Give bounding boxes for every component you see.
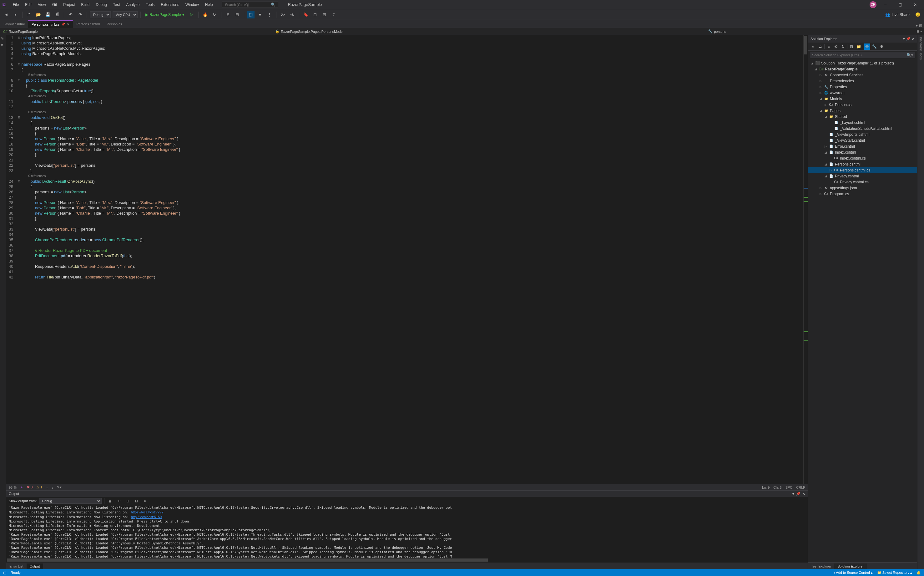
tree-item-privacy-cshtml[interactable]: ◢📄Privacy.cshtml (808, 173, 917, 179)
tree-item-appsettings-json[interactable]: ▷⚙appsettings.json (808, 185, 917, 191)
split-view-button[interactable]: ⊞ ▾ (916, 29, 922, 34)
start-debug-button[interactable]: ▶ RazorPageSample ▾ (144, 11, 186, 18)
tree-item-_viewstart-cshtml[interactable]: 📄_ViewStart.cshtml (808, 138, 917, 143)
tree-item-dependencies[interactable]: ▷⋯Dependencies (808, 78, 917, 84)
feedback-button[interactable]: 🙂 (914, 11, 921, 18)
eol-mode[interactable]: CRLF (796, 486, 805, 490)
sol-preview-button[interactable]: 👁 (864, 43, 870, 50)
editor-vscroll[interactable] (803, 35, 808, 484)
health-icon[interactable]: ◆ (1, 43, 6, 48)
tab-overflow-button[interactable]: ▾ (916, 24, 918, 28)
tree-item-person-cs[interactable]: ▷C#Person.cs (808, 102, 917, 108)
warning-badge[interactable]: ⚠ 1 (36, 485, 42, 490)
tool-btn-7[interactable]: ≪ (289, 11, 296, 18)
tree-item-shared[interactable]: ◢📁Shared (808, 114, 917, 120)
tree-item-properties[interactable]: ▷🔧Properties (808, 84, 917, 90)
tool-btn-5[interactable]: ⋮ (266, 11, 273, 18)
bottom-tab-error-list[interactable]: Error List (6, 563, 27, 569)
select-repository[interactable]: 📁 Select Repository ▴ (877, 571, 912, 575)
sol-home-button[interactable]: ⌂ (810, 43, 816, 50)
error-badge[interactable]: ✖ 0 (27, 485, 32, 490)
bookmark-button[interactable]: 🔖 (302, 11, 310, 18)
right-strip-diagnostic-tools[interactable]: Diagnostic Tools (919, 37, 922, 60)
notifications-icon[interactable]: 🔔 (916, 571, 921, 575)
tree-item-wwwroot[interactable]: ▷🌐wwwroot (808, 90, 917, 96)
sol-refresh-button[interactable]: ↻ (840, 43, 846, 50)
tab-persons-cshtml-cs[interactable]: Persons.cshtml.cs📌✕ (28, 20, 73, 28)
toggle-button[interactable]: ⤴ (330, 11, 338, 18)
redo-button[interactable]: ↷ (76, 11, 84, 18)
solution-search[interactable]: 🔍▾ (810, 52, 915, 58)
nav-up-icon[interactable]: ↑ (46, 486, 48, 490)
sol-btab-solution-explorer[interactable]: Solution Explorer (834, 563, 867, 569)
comment-button[interactable]: ⊡ (311, 11, 319, 18)
menu-analyze[interactable]: Analyze (123, 1, 143, 8)
sol-sync-button[interactable]: ⟲ (833, 43, 839, 50)
tool-btn-1[interactable]: ⎘ (224, 11, 232, 18)
menu-extensions[interactable]: Extensions (158, 1, 182, 8)
close-button[interactable]: ✕ (909, 0, 921, 10)
tab-layout-cshtml[interactable]: Layout.cshtml (0, 20, 28, 28)
search-input[interactable] (225, 3, 271, 6)
menu-window[interactable]: Window (182, 1, 202, 8)
nav-down-icon[interactable]: ↓ (52, 486, 53, 490)
open-file-button[interactable]: 📂 (35, 11, 42, 18)
tree-item-_viewimports-cshtml[interactable]: 📄_ViewImports.cshtml (808, 131, 917, 138)
output-clear-button[interactable]: 🗑 (107, 498, 113, 504)
tree-item-program-cs[interactable]: ▷C#Program.cs (808, 191, 917, 197)
add-source-control[interactable]: ↑ Add to Source Control ▴ (833, 571, 872, 575)
menu-debug[interactable]: Debug (93, 1, 110, 8)
sol-settings-button[interactable]: ⚙ (878, 43, 885, 50)
tree-item-persons-cshtml[interactable]: ◢📄Persons.cshtml (808, 161, 917, 167)
output-settings-button[interactable]: ⚙ (142, 498, 148, 504)
config-select[interactable]: Debug (90, 11, 111, 18)
nav-fwd-button[interactable]: ▸ (12, 11, 19, 18)
bottom-tab-output[interactable]: Output (27, 563, 43, 569)
user-avatar[interactable]: CR (870, 1, 876, 8)
menu-help[interactable]: Help (202, 1, 216, 8)
output-close-icon[interactable]: ✕ (803, 492, 805, 496)
output-dropdown-icon[interactable]: ▾ (792, 492, 794, 496)
tree-item-index-cshtml[interactable]: ◢📄Index.cshtml (808, 149, 917, 155)
output-wrap-button[interactable]: ↩ (116, 498, 122, 504)
tab-persons-cshtml[interactable]: Persons.cshtml (73, 20, 103, 28)
sol-btab-test-explorer[interactable]: Test Explorer (808, 563, 834, 569)
tree-item-_layout-cshtml[interactable]: 📄_Layout.cshtml (808, 120, 917, 125)
menu-edit[interactable]: Edit (22, 1, 35, 8)
tool-btn-2[interactable]: ⊞ (234, 11, 241, 18)
platform-select[interactable]: Any CPU (113, 11, 137, 18)
nav-class-drop[interactable]: 🔒 RazorPageSample.Pages.PersonsModel (274, 29, 345, 34)
start-nodebug-button[interactable]: ▷ (188, 11, 195, 18)
sol-pending-button[interactable]: ≡ (825, 43, 832, 50)
live-share-button[interactable]: 👥 Live Share (883, 13, 912, 17)
tree-project[interactable]: ◢C#RazorPageSample (808, 66, 917, 72)
tool-btn-3[interactable]: ⬚ (247, 11, 255, 18)
output-tb4[interactable]: ⊡ (133, 498, 139, 504)
tree-item-_validationscriptspartial-cshtml[interactable]: 📄_ValidationScriptsPartial.cshtml (808, 125, 917, 131)
output-pin-icon[interactable]: 📌 (796, 492, 801, 496)
sol-close-icon[interactable]: ✕ (912, 37, 914, 41)
tab-solution-button[interactable]: ⊞ (919, 24, 922, 28)
health-indicator[interactable]: ✦ (20, 485, 23, 490)
tab-person-cs[interactable]: Person.cs (103, 20, 125, 28)
save-all-button[interactable]: 🗐 (53, 11, 61, 18)
global-search[interactable]: 🔍 (222, 2, 278, 8)
hot-reload-button[interactable]: 🔥 (201, 11, 209, 18)
fold-column[interactable]: ⊟⊟⊟⊟⊟ (17, 35, 21, 484)
sol-pin-icon[interactable]: 📌 (906, 37, 911, 41)
browser-link-button[interactable]: ↻ (211, 11, 218, 18)
save-button[interactable]: 💾 (44, 11, 52, 18)
output-hscroll[interactable] (6, 558, 808, 562)
output-source-select[interactable]: Debug (39, 498, 102, 504)
maximize-button[interactable]: ▢ (894, 0, 906, 10)
output-link-http[interactable]: http://localhost:5150 (131, 515, 162, 519)
menu-file[interactable]: File (10, 1, 22, 8)
sol-properties-button[interactable]: 🔧 (871, 43, 878, 50)
sol-collapse-button[interactable]: ⊟ (848, 43, 855, 50)
sol-showall-button[interactable]: 📁 (855, 43, 862, 50)
solution-search-input[interactable] (812, 53, 906, 57)
menu-build[interactable]: Build (78, 1, 93, 8)
output-tb3[interactable]: ⊟ (124, 498, 131, 504)
menu-view[interactable]: View (35, 1, 49, 8)
menu-tools[interactable]: Tools (143, 1, 158, 8)
